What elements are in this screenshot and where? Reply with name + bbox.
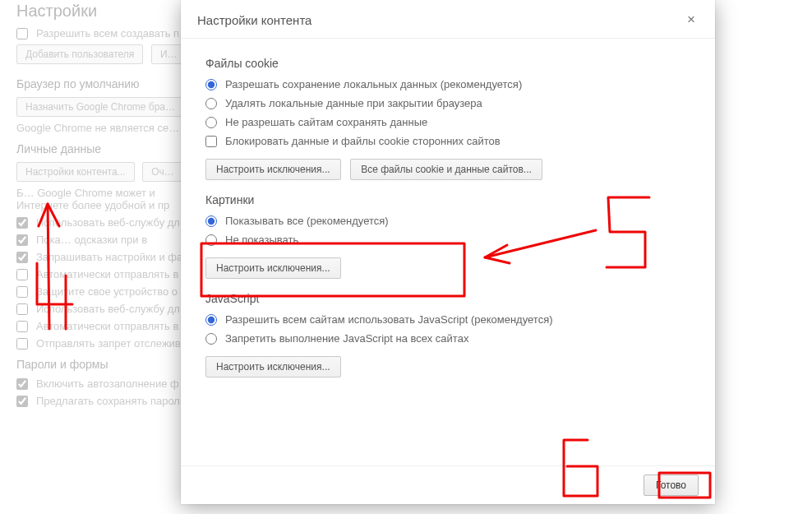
clear-data-button: Оч… <box>142 162 183 182</box>
images-show-radio[interactable]: Показывать все (рекомендуется) <box>205 215 705 227</box>
js-allow-label: Разрешить всем сайтам использовать JavaS… <box>225 313 553 326</box>
passwords-opt1-checkbox <box>16 378 28 390</box>
js-block-label: Запретить выполнение JavaScript на всех … <box>225 332 468 345</box>
cookies-session-label: Удалять локальные данные при закрытии бр… <box>225 97 482 109</box>
cookies-block-radio-input[interactable] <box>205 117 217 128</box>
privacy-opt8-checkbox <box>16 338 28 350</box>
cookies-block-label: Не разрешать сайтам сохранять данные <box>225 116 427 128</box>
cookies-thirdparty-checkbox[interactable]: Блокировать данные и файлы cookie сторон… <box>205 135 705 147</box>
images-show-radio-input[interactable] <box>205 215 217 227</box>
cookies-heading: Файлы cookie <box>205 57 705 70</box>
privacy-opt2-label: Пока… одсказки при в <box>36 234 147 246</box>
passwords-opt1-label: Включить автозаполнение ф <box>36 377 179 390</box>
content-settings-dialog: Настройки контента × Файлы cookie Разреш… <box>181 0 715 504</box>
cookies-thirdparty-checkbox-input[interactable] <box>205 136 217 147</box>
privacy-opt4-checkbox <box>16 269 28 280</box>
passwords-opt2-checkbox <box>16 396 28 407</box>
privacy-opt1-checkbox <box>16 217 28 229</box>
privacy-opt7-checkbox <box>16 321 28 332</box>
allow-all-users-checkbox <box>16 28 28 39</box>
privacy-opt5-label: Защитите свое устройство о <box>36 285 178 298</box>
privacy-opt5-checkbox <box>16 286 28 298</box>
privacy-opt1-label: Использовать веб-службу дл <box>36 216 180 229</box>
cookies-session-radio-input[interactable] <box>205 98 217 109</box>
content-settings-button: Настройки контента... <box>16 162 135 182</box>
js-exceptions-button[interactable]: Настроить исключения... <box>205 356 341 377</box>
images-hide-radio-input[interactable] <box>205 234 217 246</box>
done-button[interactable]: Готово <box>644 475 699 496</box>
js-allow-radio[interactable]: Разрешить всем сайтам использовать JavaS… <box>205 313 705 326</box>
privacy-opt8-label: Отправлять запрет отслежива <box>36 337 187 350</box>
cookies-block-radio[interactable]: Не разрешать сайтам сохранять данные <box>205 116 705 128</box>
js-block-radio-input[interactable] <box>205 333 217 345</box>
dialog-footer: Готово <box>181 465 715 504</box>
privacy-opt7-label: Автоматически отправлять в <box>36 320 178 332</box>
privacy-opt6-label: Использовать веб-службу дл <box>36 303 180 315</box>
privacy-opt6-checkbox <box>16 303 28 315</box>
dialog-title: Настройки контента <box>197 13 311 27</box>
cookies-allow-radio[interactable]: Разрешать сохранение локальных данных (р… <box>205 78 705 90</box>
images-hide-label: Не показывать <box>225 234 298 246</box>
cookies-thirdparty-label: Блокировать данные и файлы cookie сторон… <box>225 135 501 147</box>
close-icon[interactable]: × <box>684 12 699 28</box>
allow-all-users-label: Разрешить всем создавать п… <box>36 27 190 39</box>
images-exceptions-button[interactable]: Настроить исключения... <box>205 257 341 279</box>
dialog-header: Настройки контента × <box>181 0 715 39</box>
privacy-opt3-label: Запрашивать настройки и фа <box>36 251 182 263</box>
images-show-label: Показывать все (рекомендуется) <box>225 215 389 227</box>
js-heading: JavaScript <box>205 292 705 305</box>
cookies-allow-label: Разрешать сохранение локальных данных (р… <box>225 78 522 90</box>
privacy-opt4-label: Автоматически отправлять в <box>36 268 178 280</box>
set-default-browser-button: Назначить Google Chrome бра… <box>16 97 184 117</box>
privacy-opt3-checkbox <box>16 252 28 263</box>
cookies-all-data-button[interactable]: Все файлы cookie и данные сайтов... <box>350 159 542 180</box>
cookies-allow-radio-input[interactable] <box>205 79 217 90</box>
cookies-exceptions-button[interactable]: Настроить исключения... <box>205 159 341 180</box>
images-heading: Картинки <box>205 193 705 206</box>
images-hide-radio[interactable]: Не показывать <box>205 234 705 246</box>
privacy-opt2-checkbox <box>16 234 28 246</box>
dialog-body[interactable]: Файлы cookie Разрешать сохранение локаль… <box>181 39 715 465</box>
cookies-session-radio[interactable]: Удалять локальные данные при закрытии бр… <box>205 97 705 109</box>
js-allow-radio-input[interactable] <box>205 314 217 326</box>
js-block-radio[interactable]: Запретить выполнение JavaScript на всех … <box>205 332 705 345</box>
add-user-button: Добавить пользователя <box>16 44 143 64</box>
